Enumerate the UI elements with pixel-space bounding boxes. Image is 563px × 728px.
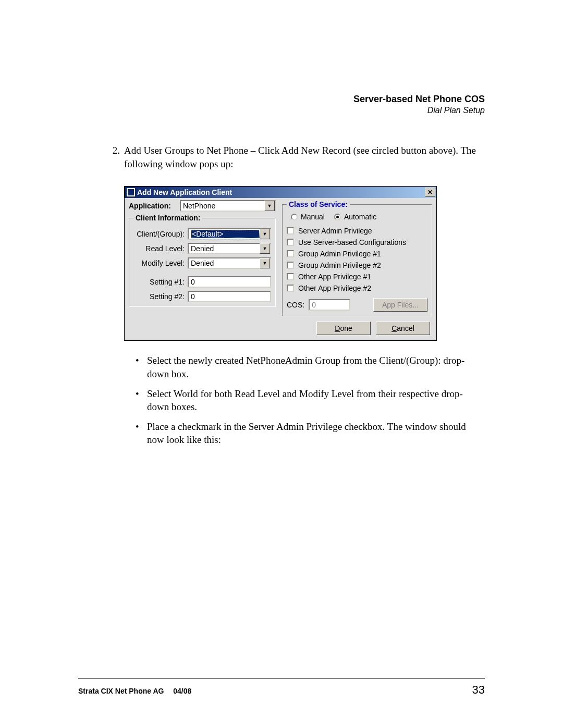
modify-level-label: Modify Level:: [133, 259, 188, 267]
chevron-down-icon[interactable]: ▼: [260, 243, 270, 254]
cancel-button[interactable]: Cancel: [376, 322, 430, 335]
setting2-input[interactable]: 0: [188, 291, 271, 302]
setting2-label: Setting #2:: [133, 292, 188, 301]
checkbox-icon: [287, 227, 294, 235]
footer-doc-name: Strata CIX Net Phone AG: [78, 687, 164, 695]
checkbox-label: Other App Privilege #1: [298, 273, 371, 281]
automatic-radio[interactable]: Automatic: [334, 213, 376, 221]
bullet-item: Place a checkmark in the Server Admin Pr…: [136, 420, 485, 447]
checkbox-icon: [287, 273, 294, 280]
automatic-radio-label: Automatic: [344, 213, 376, 221]
manual-radio-label: Manual: [301, 213, 325, 221]
read-level-label: Read Level:: [133, 244, 188, 253]
read-level-value: Denied: [191, 244, 260, 253]
radio-icon: [291, 214, 298, 220]
setting1-value: 0: [191, 278, 195, 286]
page: Server-based Net Phone COS Dial Plan Set…: [0, 0, 563, 728]
chevron-down-icon[interactable]: ▼: [264, 201, 275, 211]
step-number: 2.: [104, 144, 124, 170]
bullet-item: Select the newly created NetPhoneAdmin G…: [136, 354, 485, 380]
titlebar: Add New Application Client ✕: [125, 187, 436, 198]
checkbox-label: Group Admin Privilege #2: [298, 261, 381, 269]
modify-level-value: Denied: [191, 259, 260, 267]
done-button[interactable]: Done: [316, 322, 371, 335]
client-info-group: Client Information: Client/(Group): <Def…: [129, 214, 276, 307]
chevron-down-icon[interactable]: ▼: [260, 229, 270, 239]
dialog-screenshot: Add New Application Client ✕ Application…: [124, 186, 485, 341]
checkbox-server-admin-privilege[interactable]: Server Admin Privilege: [287, 225, 427, 237]
checkbox-icon: [287, 285, 294, 292]
application-label: Application:: [129, 202, 180, 210]
checkbox-use-server-based-config[interactable]: Use Server-based Configurations: [287, 237, 427, 248]
step-2: 2. Add User Groups to Net Phone – Click …: [104, 144, 485, 170]
checkbox-label: Other App Privilege #2: [298, 284, 371, 292]
header-subtitle: Dial Plan Setup: [104, 106, 485, 115]
close-icon: ✕: [427, 189, 433, 196]
app-files-button: App Files...: [373, 298, 427, 312]
step-text: Add User Groups to Net Phone – Click Add…: [124, 144, 485, 170]
chevron-down-icon[interactable]: ▼: [260, 258, 270, 268]
client-group-combo[interactable]: <Default> ▼: [188, 228, 271, 240]
client-info-legend: Client Information:: [133, 214, 202, 222]
class-of-service-group: Class of Service: Manual Automatic: [282, 200, 432, 316]
client-group-value: <Default>: [191, 230, 260, 238]
page-number: 33: [472, 683, 485, 697]
instruction-bullets: Select the newly created NetPhoneAdmin G…: [136, 354, 485, 447]
cancel-rest: ancel: [397, 324, 414, 332]
checkbox-icon: [287, 250, 294, 257]
page-footer: Strata CIX Net Phone AG 04/08 33: [78, 683, 485, 697]
class-of-service-legend: Class of Service:: [287, 200, 350, 208]
checkbox-label: Use Server-based Configurations: [298, 238, 406, 246]
page-header: Server-based Net Phone COS Dial Plan Set…: [104, 94, 485, 115]
modify-level-combo[interactable]: Denied ▼: [188, 257, 271, 269]
setting2-value: 0: [191, 292, 195, 301]
footer-date: 04/08: [173, 687, 191, 695]
cos-label: COS:: [287, 301, 304, 309]
done-rest: one: [340, 324, 352, 332]
checkbox-group-admin-2[interactable]: Group Admin Privilege #2: [287, 260, 427, 271]
app-icon: [127, 188, 135, 196]
cos-input: 0: [309, 299, 350, 311]
radio-icon: [334, 214, 341, 220]
checkbox-group-admin-1[interactable]: Group Admin Privilege #1: [287, 248, 427, 260]
bullet-item: Select World for both Read Level and Mod…: [136, 387, 485, 414]
dialog-window: Add New Application Client ✕ Application…: [124, 186, 437, 341]
footer-rule: [78, 678, 485, 678]
checkbox-label: Server Admin Privilege: [298, 227, 372, 235]
setting1-label: Setting #1:: [133, 278, 188, 286]
manual-radio[interactable]: Manual: [291, 213, 325, 221]
checkbox-label: Group Admin Privilege #1: [298, 250, 381, 258]
application-combo[interactable]: NetPhone ▼: [180, 200, 276, 212]
setting1-input[interactable]: 0: [188, 276, 271, 288]
application-value: NetPhone: [183, 202, 264, 210]
read-level-combo[interactable]: Denied ▼: [188, 243, 271, 254]
checkbox-icon: [287, 239, 294, 246]
checkbox-icon: [287, 262, 294, 269]
cos-value: 0: [312, 301, 316, 309]
client-group-label: Client/(Group):: [133, 230, 188, 238]
window-title: Add New Application Client: [137, 188, 425, 196]
header-title: Server-based Net Phone COS: [104, 94, 485, 105]
checkbox-other-app-1[interactable]: Other App Privilege #1: [287, 271, 427, 282]
checkbox-other-app-2[interactable]: Other App Privilege #2: [287, 282, 427, 294]
close-button[interactable]: ✕: [425, 188, 435, 197]
